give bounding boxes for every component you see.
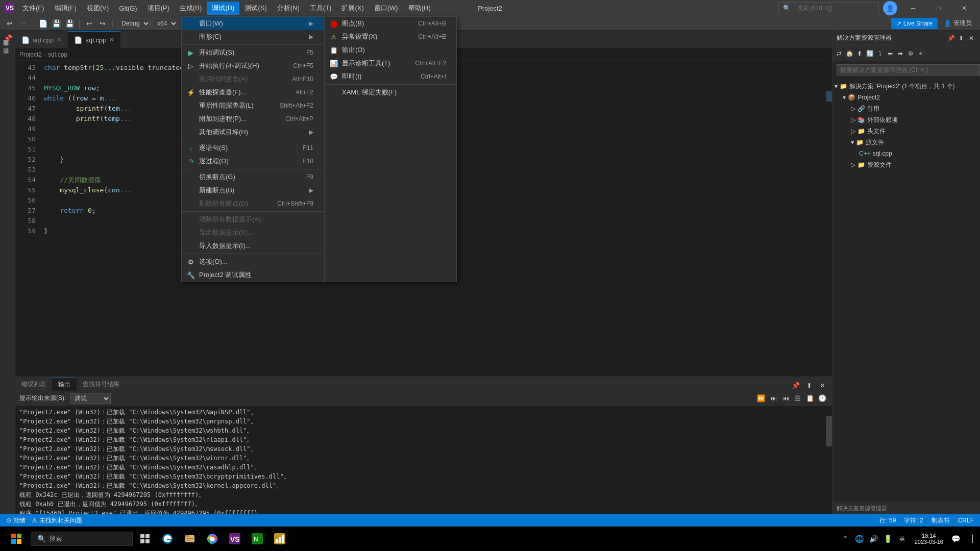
breadcrumb-project[interactable]: Project2 — [19, 51, 42, 58]
minimize-button[interactable]: ─ — [901, 0, 925, 16]
menu-debug[interactable]: 调试(D) — [207, 2, 239, 15]
taskbar-task-view[interactable] — [135, 529, 155, 549]
user-avatar[interactable]: 👤 — [883, 1, 897, 15]
window-exceptions[interactable]: ⚠ 异常设置(X) Ctrl+Alt+E — [325, 30, 456, 43]
menu-build[interactable]: 生成(B) — [175, 2, 207, 15]
debug-menu-attach[interactable]: 附加到进程(P)... Ctrl+Alt+P — [182, 112, 324, 126]
tab-close-2[interactable]: ✕ — [109, 36, 114, 43]
debug-menu-other[interactable]: 其他调试目标(H) ▶ — [182, 126, 324, 139]
start-button[interactable] — [4, 527, 29, 551]
debug-config-select[interactable]: Debug — [117, 18, 151, 29]
debug-menu-restart-perf[interactable]: 重启性能探查器(L) Shift+Alt+F2 — [182, 99, 324, 112]
window-output[interactable]: 📋 输出(O) — [325, 43, 456, 57]
debug-menu-perf[interactable]: ⚡ 性能探查器(F)... Alt+F2 — [182, 86, 324, 99]
window-breakpoints[interactable]: ⬤ 断点(B) Ctrl+Alt+B — [325, 17, 456, 30]
taskbar-chrome[interactable] — [202, 529, 223, 549]
tray-volume[interactable]: 🔊 — [868, 533, 880, 545]
debug-menu-import-datatips[interactable]: 导入数据提示(I)... — [182, 239, 324, 253]
output-toolbar-icon-3[interactable]: ⏮ — [780, 393, 791, 404]
admin-button[interactable]: 👤 管理员 — [940, 18, 976, 29]
tray-chevron[interactable]: ⌃ — [839, 533, 851, 545]
window-diagnostics[interactable]: 📊 显示诊断工具(T) Ctrl+Alt+F2 — [325, 57, 456, 70]
se-toolbar-9[interactable]: + — [916, 49, 925, 58]
tree-external-deps[interactable]: ▷ 📚 外部依赖项 — [832, 114, 980, 126]
output-toolbar-icon-4[interactable]: ☰ — [792, 393, 803, 404]
tree-references[interactable]: ▷ 🔗 引用 — [832, 103, 980, 114]
menu-extensions[interactable]: 扩展(X) — [336, 2, 369, 15]
output-source-select[interactable]: 调试 — [70, 393, 111, 404]
tab-close-1[interactable]: ✕ — [57, 36, 62, 43]
debug-menu-new-bp[interactable]: 新建断点(B) ▶ — [182, 184, 324, 197]
tab-sql-1[interactable]: 📄 sql.cpp ✕ — [15, 31, 68, 48]
debug-menu-window[interactable]: 窗口(W) ▶ — [182, 17, 324, 30]
output-close-icon[interactable]: ✕ — [817, 380, 828, 391]
panel-close-icon[interactable]: ✕ — [967, 34, 976, 43]
maximize-button[interactable]: □ — [927, 0, 950, 16]
left-panel-collapse-icon[interactable]: 📌 — [0, 31, 15, 46]
output-tab[interactable]: 输出 — [52, 378, 77, 391]
debug-menu-toggle-bp[interactable]: 切换断点(G) F9 — [182, 170, 324, 184]
se-toolbar-1[interactable]: ⇄ — [835, 49, 844, 58]
toolbar-save-icon[interactable]: 💾 — [51, 18, 62, 29]
status-git[interactable]: ⊙ 就绪 — [6, 516, 26, 525]
tree-headers[interactable]: ▷ 📁 头文件 — [832, 126, 980, 137]
tray-notification[interactable]: 💬 — [949, 533, 962, 545]
taskbar-visual-studio[interactable]: VS — [225, 529, 245, 549]
taskbar-green-app[interactable]: N — [247, 529, 267, 549]
taskbar-analytics[interactable] — [270, 529, 290, 549]
debug-menu-start[interactable]: ▶ 开始调试(S) F5 — [182, 46, 324, 59]
output-content[interactable]: "Project2.exe" (Win32)：已加载 "C:\Windows\S… — [15, 406, 826, 514]
solution-explorer-search[interactable] — [837, 64, 980, 76]
tree-solution[interactable]: ▾ 📁 解决方案 'Project2' (1 个项目，共 1 个) — [832, 81, 980, 92]
debug-menu-options[interactable]: ⚙ 选项(O)... — [182, 255, 324, 268]
main-search-input[interactable] — [793, 4, 874, 13]
menu-test[interactable]: 测试(S) — [239, 2, 272, 15]
error-list-tab[interactable]: 错误列表 — [15, 378, 52, 391]
se-toolbar-7[interactable]: ➡ — [896, 49, 905, 58]
output-toolbar-icon-5[interactable]: 📋 — [804, 393, 816, 404]
debug-menu-step-into[interactable]: ↓ 逐语句(S) F11 — [182, 141, 324, 155]
menu-tools[interactable]: 工具(T) — [305, 2, 337, 15]
window-immediate[interactable]: 💬 即时(I) Ctrl+Alt+I — [325, 70, 456, 83]
menu-file[interactable]: 文件(F) — [17, 2, 50, 15]
taskbar-search[interactable]: 🔍 搜索 — [31, 532, 133, 546]
platform-select[interactable]: x64 — [153, 18, 178, 29]
tray-network[interactable]: 🌐 — [853, 533, 866, 545]
debug-menu-start-nodebug[interactable]: ▷ 开始执行(不调试)(H) Ctrl+F5 — [182, 59, 324, 72]
panel-pin-icon[interactable]: 📌 — [946, 34, 955, 43]
output-float-icon[interactable]: ⬆ — [803, 380, 815, 391]
tray-battery[interactable]: 🔋 — [882, 533, 894, 545]
tree-resources[interactable]: ▷ 📁 资源文件 — [832, 159, 980, 170]
se-toolbar-6[interactable]: ⬅ — [886, 49, 895, 58]
tray-lang[interactable]: 英 — [896, 533, 909, 545]
toolbar-forward-icon[interactable]: ↪ — [17, 18, 29, 29]
toolbar-undo-icon[interactable]: ↩ — [84, 18, 95, 29]
taskbar-edge[interactable] — [157, 529, 178, 549]
menu-help[interactable]: 帮助(H) — [403, 2, 436, 15]
se-toolbar-2[interactable]: 🏠 — [845, 49, 854, 58]
tree-project[interactable]: ▾ 📦 Project2 — [832, 92, 980, 103]
output-toolbar-icon-6[interactable]: 🕐 — [817, 393, 828, 404]
panel-float-icon[interactable]: ⬆ — [957, 34, 966, 43]
tree-sources[interactable]: ▾ 📁 源文件 — [832, 137, 980, 148]
se-toolbar-3[interactable]: ⬆ — [855, 49, 864, 58]
taskbar-datetime[interactable]: 18:14 2023-03-16 — [911, 533, 947, 545]
toolbar-redo-icon[interactable]: ↪ — [97, 18, 108, 29]
toolbar-new-icon[interactable]: 📄 — [37, 18, 48, 29]
server-explorer-tab[interactable]: 服务器资源管理器 — [0, 46, 15, 54]
debug-menu-graphics[interactable]: 图形(C) ▶ — [182, 30, 324, 43]
toolbar-save-all-icon[interactable]: 💾 — [64, 18, 75, 29]
find-results-tab[interactable]: 查找符号结果 — [77, 378, 126, 391]
menu-git[interactable]: Git(G) — [114, 3, 142, 14]
output-scrollbar[interactable] — [826, 406, 832, 514]
menu-project[interactable]: 项目(P) — [142, 2, 175, 15]
status-warnings[interactable]: ⚠ 未找到相关问题 — [32, 516, 82, 525]
output-pin-icon[interactable]: 📌 — [790, 380, 801, 391]
tray-show-desktop[interactable]: ▕ — [964, 533, 976, 545]
debug-menu-props[interactable]: 🔧 Project2 调试属性 — [182, 268, 324, 282]
window-xaml-binding[interactable]: XAML 绑定失败(F) — [325, 86, 456, 99]
live-share-button[interactable]: ↗ Live Share — [891, 18, 938, 29]
menu-view[interactable]: 视图(V) — [82, 2, 114, 15]
toolbar-back-icon[interactable]: ↩ — [4, 18, 15, 29]
debug-menu-step-over[interactable]: ↷ 逐过程(O) F10 — [182, 155, 324, 168]
